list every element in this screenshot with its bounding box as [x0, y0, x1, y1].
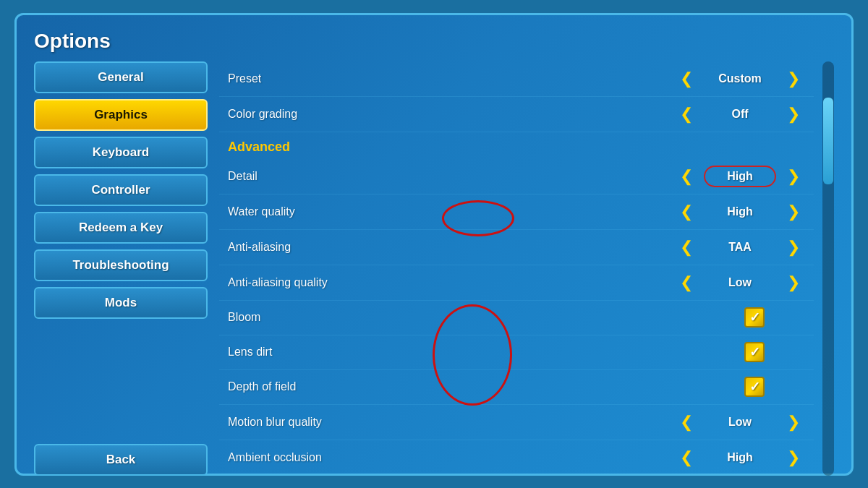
detail-left-arrow[interactable]: ❮: [675, 165, 698, 188]
detail-label: Detail: [228, 170, 430, 183]
color-grading-label: Color grading: [228, 108, 430, 121]
preset-value: Custom: [704, 72, 776, 85]
detail-value: High: [704, 166, 776, 187]
preset-right-arrow[interactable]: ❯: [782, 67, 805, 90]
color-grading-right-arrow[interactable]: ❯: [782, 103, 805, 126]
page-title: Options: [34, 30, 834, 53]
water-quality-right-arrow[interactable]: ❯: [782, 200, 805, 223]
motion-blur-right-arrow[interactable]: ❯: [782, 411, 805, 434]
bloom-checkbox-cell: [704, 307, 805, 328]
depth-of-field-row: Depth of field: [219, 370, 814, 405]
ambient-occlusion-right-arrow[interactable]: ❯: [782, 446, 805, 469]
detail-right-arrow[interactable]: ❯: [782, 165, 805, 188]
color-grading-control: ❮ Off ❯: [675, 103, 805, 126]
preset-label: Preset: [228, 72, 430, 85]
anti-aliasing-quality-row: Anti-aliasing quality ❮ Low ❯: [219, 265, 814, 301]
depth-of-field-checkbox-cell: [704, 377, 805, 397]
anti-aliasing-quality-label: Anti-aliasing quality: [228, 276, 430, 289]
preset-left-arrow[interactable]: ❮: [675, 67, 698, 90]
color-grading-left-arrow[interactable]: ❮: [675, 103, 698, 126]
depth-of-field-label: Depth of field: [228, 380, 430, 393]
sidebar: General Graphics Keyboard Controller Red…: [34, 61, 208, 476]
back-button[interactable]: Back: [34, 444, 208, 476]
settings-panel: Preset ❮ Custom ❯ Color grading ❮ Off ❯: [219, 61, 814, 476]
sidebar-item-graphics[interactable]: Graphics: [34, 99, 208, 131]
water-quality-left-arrow[interactable]: ❮: [675, 200, 698, 223]
options-container: Options General Graphics Keyboard Contro…: [14, 13, 854, 476]
anti-aliasing-quality-left-arrow[interactable]: ❮: [675, 271, 698, 294]
anti-aliasing-quality-right-arrow[interactable]: ❯: [782, 271, 805, 294]
motion-blur-left-arrow[interactable]: ❮: [675, 411, 698, 434]
scrollbar-track[interactable]: [822, 61, 834, 476]
sidebar-item-redeem[interactable]: Redeem a Key: [34, 212, 208, 244]
anti-aliasing-control: ❮ TAA ❯: [675, 236, 805, 259]
water-quality-control: ❮ High ❯: [675, 200, 805, 223]
ambient-occlusion-label: Ambient occlusion: [228, 451, 430, 464]
anti-aliasing-quality-control: ❮ Low ❯: [675, 271, 805, 294]
lens-dirt-label: Lens dirt: [228, 346, 430, 359]
bloom-row: Bloom: [219, 301, 814, 335]
ambient-occlusion-value: High: [704, 451, 776, 464]
color-grading-row: Color grading ❮ Off ❯: [219, 97, 814, 132]
anti-aliasing-value: TAA: [704, 241, 776, 254]
sidebar-item-keyboard[interactable]: Keyboard: [34, 137, 208, 168]
motion-blur-row: Motion blur quality ❮ Low ❯: [219, 405, 814, 440]
lens-dirt-checkbox-wrapper: [744, 342, 765, 362]
anti-aliasing-label: Anti-aliasing: [228, 241, 430, 254]
main-layout: General Graphics Keyboard Controller Red…: [34, 61, 834, 476]
lens-dirt-row: Lens dirt: [219, 335, 814, 370]
ambient-occlusion-row: Ambient occlusion ❮ High ❯: [219, 440, 814, 476]
detail-control: ❮ High ❯: [675, 165, 805, 188]
anti-aliasing-quality-value: Low: [704, 276, 776, 289]
ambient-occlusion-left-arrow[interactable]: ❮: [675, 446, 698, 469]
preset-row: Preset ❮ Custom ❯: [219, 61, 814, 97]
anti-aliasing-row: Anti-aliasing ❮ TAA ❯: [219, 230, 814, 265]
anti-aliasing-left-arrow[interactable]: ❮: [675, 236, 698, 259]
detail-row: Detail ❮ High ❯: [219, 159, 814, 194]
bloom-checkbox-wrapper: [744, 307, 765, 328]
bloom-label: Bloom: [228, 311, 430, 324]
sidebar-item-controller[interactable]: Controller: [34, 174, 208, 206]
color-grading-value: Off: [704, 108, 776, 121]
advanced-header: Advanced: [219, 132, 814, 159]
depth-of-field-checkbox-wrapper: [744, 377, 765, 397]
sidebar-spacer: [34, 325, 208, 438]
motion-blur-value: Low: [704, 416, 776, 429]
preset-control: ❮ Custom ❯: [675, 67, 805, 90]
motion-blur-control: ❮ Low ❯: [675, 411, 805, 434]
motion-blur-label: Motion blur quality: [228, 416, 430, 429]
sidebar-item-mods[interactable]: Mods: [34, 287, 208, 319]
water-quality-row: Water quality ❮ High ❯: [219, 194, 814, 230]
sidebar-item-troubleshooting[interactable]: Troubleshooting: [34, 249, 208, 281]
water-quality-label: Water quality: [228, 205, 430, 218]
water-quality-value: High: [704, 205, 776, 218]
sidebar-item-general[interactable]: General: [34, 61, 208, 93]
anti-aliasing-right-arrow[interactable]: ❯: [782, 236, 805, 259]
content-area: Preset ❮ Custom ❯ Color grading ❮ Off ❯: [219, 61, 834, 476]
lens-dirt-checkbox-cell: [704, 342, 805, 362]
ambient-occlusion-control: ❮ High ❯: [675, 446, 805, 469]
scrollbar-thumb[interactable]: [823, 98, 833, 184]
